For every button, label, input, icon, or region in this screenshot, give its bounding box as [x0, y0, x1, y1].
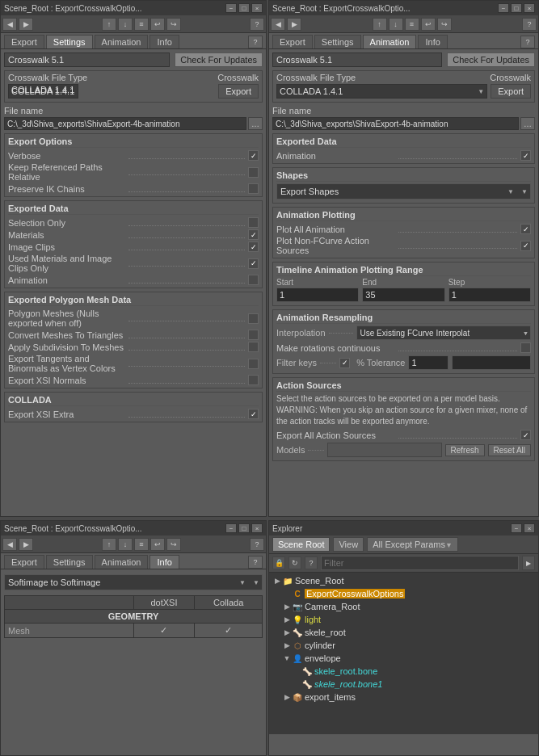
minimize-btn[interactable]: − — [225, 3, 237, 13]
tr-tb-4[interactable]: ↓ — [389, 18, 403, 31]
materials-chk[interactable]: ✓ — [248, 229, 259, 240]
tolerance-input[interactable] — [408, 355, 448, 370]
tree-expand-skele-root[interactable]: ▶ — [282, 628, 292, 637]
bl-minimize-btn[interactable]: − — [225, 523, 237, 533]
tree-item-skele-root[interactable]: ▶ 🦴 skele_root — [269, 626, 538, 639]
verbose-chk[interactable]: ✓ — [248, 150, 259, 161]
tr-maximize-btn[interactable]: □ — [511, 3, 522, 13]
reset-all-btn[interactable]: Reset All — [488, 444, 531, 456]
animation-chk-tl[interactable] — [248, 275, 259, 285]
filename-browse-tl[interactable]: … — [248, 117, 263, 130]
plot-all-chk[interactable]: ✓ — [520, 224, 531, 234]
tree-expand-camera-root[interactable]: ▶ — [282, 602, 292, 611]
exp-tab-all-except[interactable]: All Except Params▼ — [367, 537, 458, 552]
tab-info-bl[interactable]: Info — [149, 555, 179, 569]
bl-tb-5[interactable]: ≡ — [134, 538, 149, 551]
tab-info-tr[interactable]: Info — [418, 35, 447, 48]
tr-tb-3[interactable]: ↑ — [373, 18, 387, 31]
tree-item-scene-root[interactable]: ▶ 📁 Scene_Root — [269, 574, 538, 587]
convert-meshes-chk[interactable] — [248, 330, 259, 340]
tb-btn-8[interactable]: ? — [250, 18, 264, 31]
selection-only-chk[interactable] — [248, 217, 259, 228]
make-rotations-chk[interactable] — [520, 342, 531, 353]
start-input[interactable] — [276, 288, 359, 302]
tree-expand-scene-root[interactable]: ▶ — [272, 576, 282, 586]
panel-help-tr[interactable]: ? — [520, 36, 535, 48]
models-dropdown[interactable] — [327, 443, 441, 457]
tree-item-camera-root[interactable]: ▶ 📷 Camera_Root — [269, 600, 538, 613]
xsi-extra-chk[interactable]: ✓ — [248, 409, 259, 419]
bl-maximize-btn[interactable]: □ — [238, 523, 250, 533]
tab-animation-tr[interactable]: Animation — [363, 35, 417, 48]
tree-expand-cylinder[interactable]: ▶ — [282, 640, 292, 650]
check-updates-btn-tr[interactable]: Check For Updates — [447, 52, 535, 67]
tree-item-envelope[interactable]: ▼ 👤 envelope — [269, 652, 538, 665]
xsi-normals-chk[interactable] — [248, 375, 259, 385]
tr-tb-5[interactable]: ≡ — [405, 18, 419, 31]
tr-close-btn[interactable]: × — [524, 3, 535, 13]
tab-info-tl[interactable]: Info — [149, 35, 179, 48]
tree-expand-light[interactable]: ▶ — [282, 615, 292, 624]
bl-help-btn[interactable]: ? — [248, 556, 263, 569]
step-input[interactable] — [448, 288, 531, 302]
tree-item-export-cw[interactable]: C ExportCrosswalkOptions — [269, 587, 538, 600]
exp-filter-arrow[interactable]: ▶ — [522, 556, 535, 570]
tr-tb-6[interactable]: ↩ — [421, 18, 436, 31]
poly-meshes-chk[interactable] — [248, 313, 259, 324]
exp-close-btn[interactable]: × — [524, 523, 535, 533]
exp-help-icon[interactable]: ? — [305, 556, 318, 569]
bl-tb-6[interactable]: ↩ — [150, 538, 165, 551]
filter-keys-chk[interactable]: ✓ — [339, 358, 350, 368]
tab-animation-tl[interactable]: Animation — [95, 35, 149, 48]
exp-refresh-icon[interactable]: ↻ — [288, 556, 301, 569]
tb-btn-1[interactable]: ◀ — [2, 18, 17, 31]
animation-chk-tr[interactable]: ✓ — [520, 150, 531, 161]
exp-tab-scene-root[interactable]: Scene Root — [272, 537, 330, 552]
apply-subdiv-chk[interactable] — [248, 342, 259, 352]
tr-tb-2[interactable]: ▶ — [287, 18, 301, 31]
image-clips-chk[interactable]: ✓ — [248, 242, 259, 252]
tr-tb-7[interactable]: ↪ — [437, 18, 452, 31]
preserve-ik-chk[interactable] — [248, 183, 259, 194]
bl-tb-3[interactable]: ↑ — [102, 538, 116, 551]
shapes-dropdown[interactable]: Export Shapes ▼ — [276, 183, 531, 200]
keep-paths-chk[interactable] — [248, 167, 259, 178]
tb-btn-4[interactable]: ↓ — [118, 18, 133, 31]
tab-animation-bl[interactable]: Animation — [95, 555, 149, 569]
tab-export-tr[interactable]: Export — [272, 35, 313, 48]
tr-tb-1[interactable]: ◀ — [271, 18, 285, 31]
bl-tb-2[interactable]: ▶ — [19, 538, 33, 551]
tab-settings-tr[interactable]: Settings — [314, 35, 361, 48]
bl-tb-4[interactable]: ↓ — [118, 538, 133, 551]
tab-settings-tl[interactable]: Settings — [46, 35, 93, 48]
panel-help-tl[interactable]: ? — [248, 36, 263, 48]
tb-btn-6[interactable]: ↩ — [150, 18, 165, 31]
exp-tab-view[interactable]: View — [333, 537, 364, 552]
export-btn-tr[interactable]: Export — [491, 84, 531, 99]
export-btn-tl[interactable]: Export — [218, 84, 259, 99]
close-btn[interactable]: × — [251, 3, 263, 13]
tr-minimize-btn[interactable]: − — [498, 3, 509, 13]
tab-export-bl[interactable]: Export — [4, 555, 44, 569]
bl-tb-7[interactable]: ↪ — [166, 538, 181, 551]
tb-btn-7[interactable]: ↪ — [166, 18, 181, 31]
tree-item-cylinder[interactable]: ▶ ⬡ cylinder — [269, 639, 538, 652]
collada-dropdown-tl[interactable]: COLLADA 1.4.1 — [8, 84, 78, 99]
end-input[interactable] — [362, 288, 444, 302]
tangents-chk[interactable] — [248, 359, 259, 369]
exp-filter-input[interactable] — [321, 556, 519, 570]
used-materials-chk[interactable]: ✓ — [248, 258, 259, 269]
check-updates-btn-tl[interactable]: Check For Updates — [175, 52, 263, 67]
bl-tb-1[interactable]: ◀ — [2, 538, 17, 551]
softimage-dropdown[interactable]: Softimage to Softimage ▼ — [4, 574, 263, 590]
interp-dropdown[interactable]: Use Existing FCurve Interpolat ▼ — [356, 326, 531, 340]
plot-nonfcurve-chk[interactable]: ✓ — [520, 241, 531, 251]
tree-item-skele-bone[interactable]: 🦴 skele_root.bone — [269, 665, 538, 678]
tb-btn-2[interactable]: ▶ — [19, 18, 33, 31]
tr-tb-8[interactable]: ? — [522, 18, 537, 31]
bl-close-btn[interactable]: × — [251, 523, 263, 533]
tb-btn-3[interactable]: ↑ — [102, 18, 116, 31]
tree-expand-envelope[interactable]: ▼ — [282, 653, 292, 663]
maximize-btn[interactable]: □ — [238, 3, 250, 13]
tree-item-light[interactable]: ▶ 💡 light — [269, 613, 538, 626]
